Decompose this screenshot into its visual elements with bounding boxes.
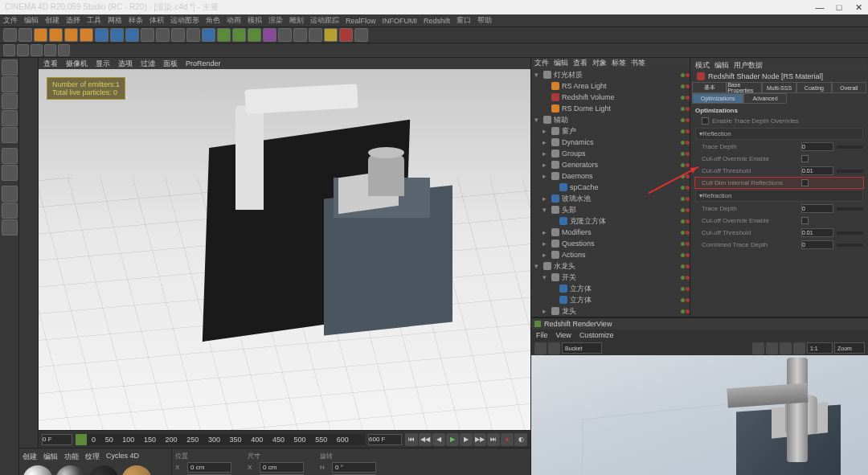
trace-depth-slider[interactable] xyxy=(837,145,863,149)
vptab-过滤[interactable]: 过滤 xyxy=(141,59,155,69)
render-icon[interactable] xyxy=(156,28,170,42)
tool-a-icon[interactable] xyxy=(3,44,15,56)
render-settings-icon[interactable] xyxy=(186,28,200,42)
menu-帮助[interactable]: 帮助 xyxy=(477,15,492,26)
light-icon[interactable] xyxy=(309,28,322,42)
undo-icon[interactable] xyxy=(3,28,17,42)
menu-样条[interactable]: 样条 xyxy=(129,15,143,26)
attrtab[interactable]: 模式 xyxy=(695,60,710,71)
menu-网格[interactable]: 网格 xyxy=(108,15,122,26)
mattab[interactable]: 编辑 xyxy=(43,452,58,463)
rv-enable-checkbox[interactable] xyxy=(534,321,541,327)
goto-end-icon[interactable]: ⏭ xyxy=(487,433,500,446)
vptab-摄像机[interactable]: 摄像机 xyxy=(66,59,88,69)
menu-雕刻[interactable]: 雕刻 xyxy=(289,15,304,26)
tree-row[interactable]: ▸Actions xyxy=(531,249,690,260)
vptab-查看[interactable]: 查看 xyxy=(43,59,58,69)
frame-start-input[interactable] xyxy=(42,434,72,445)
objtab[interactable]: 编辑 xyxy=(554,58,568,69)
psr-icon[interactable] xyxy=(324,28,338,42)
tree-row[interactable]: ▸Groups xyxy=(531,148,690,159)
viewport[interactable]: Number of emitters:1 Total live particle… xyxy=(39,69,530,430)
generator-icon[interactable] xyxy=(248,28,261,42)
material-preview-2[interactable] xyxy=(55,465,86,475)
menu-选择[interactable]: 选择 xyxy=(66,15,80,26)
tree-row[interactable]: ▾辅助 xyxy=(531,114,690,125)
rv-ipr-icon[interactable] xyxy=(780,342,792,354)
combined-depth-input[interactable] xyxy=(801,240,833,249)
menu-模拟[interactable]: 模拟 xyxy=(248,15,262,26)
prev-frame-icon[interactable]: ◀ xyxy=(432,433,445,446)
rv-ratio[interactable]: 1:1 xyxy=(807,342,833,354)
rv-stop-icon[interactable] xyxy=(548,342,560,354)
coord-sys-icon[interactable] xyxy=(141,28,154,42)
axis-z-icon[interactable] xyxy=(125,28,139,42)
cutoff-thresh-input[interactable] xyxy=(801,166,833,175)
prev-key-icon[interactable]: ◀◀ xyxy=(419,433,432,446)
scale-icon[interactable] xyxy=(64,28,78,42)
tool-b-icon[interactable] xyxy=(17,44,29,56)
window-max[interactable]: □ xyxy=(834,2,844,12)
play-icon[interactable]: ▶ xyxy=(446,433,459,446)
refr-cutoff-thresh-input[interactable] xyxy=(801,228,833,237)
menu-运动图形[interactable]: 运动图形 xyxy=(170,15,199,26)
objtab[interactable]: 书签 xyxy=(631,58,645,69)
tree-row[interactable]: 立方体 xyxy=(531,283,690,294)
tool-e-icon[interactable] xyxy=(58,44,70,56)
move-icon[interactable] xyxy=(49,28,63,42)
spline-icon[interactable] xyxy=(217,28,231,42)
rvtab[interactable]: File xyxy=(536,331,548,339)
attr-main-tab[interactable]: Overall xyxy=(832,82,866,93)
size-x-input[interactable] xyxy=(260,462,304,473)
viewport-solo-icon[interactable] xyxy=(2,165,18,181)
window-close[interactable]: ✕ xyxy=(854,2,863,12)
next-key-icon[interactable]: ▶▶ xyxy=(473,433,486,446)
menu-文件[interactable]: 文件 xyxy=(3,15,18,26)
snap-icon[interactable] xyxy=(2,186,18,202)
record-key-icon[interactable]: ● xyxy=(501,433,514,446)
refr-trace-depth-input[interactable] xyxy=(801,204,833,213)
vptab-面板[interactable]: 面板 xyxy=(163,59,178,69)
tool-d-icon[interactable] xyxy=(44,44,56,56)
trace-depth-input[interactable] xyxy=(801,142,833,151)
refr-cutoff-enable-checkbox[interactable] xyxy=(801,217,809,224)
mattab[interactable]: 创建 xyxy=(23,452,37,463)
tree-row[interactable]: ▸玻璃水池 xyxy=(531,193,690,204)
axis-y-icon[interactable] xyxy=(110,28,124,42)
menu-动画[interactable]: 动画 xyxy=(227,15,241,26)
attrtab[interactable]: 编辑 xyxy=(714,60,729,71)
menu-编辑[interactable]: 编辑 xyxy=(24,15,39,26)
tree-row[interactable]: ▸窗户 xyxy=(531,125,690,137)
environment-icon[interactable] xyxy=(278,28,292,42)
tree-row[interactable]: 克隆立方体 xyxy=(531,215,690,227)
attr-main-tab[interactable]: Multi-SSS xyxy=(762,82,796,93)
axis-x-icon[interactable] xyxy=(95,28,108,42)
refraction-section[interactable]: ▾Refraction xyxy=(695,190,863,202)
tree-row[interactable]: ▸Dynamics xyxy=(531,137,690,148)
tree-row[interactable]: ▸Generators xyxy=(531,159,690,170)
material-preview-3[interactable] xyxy=(88,465,119,475)
rotate-icon[interactable] xyxy=(80,28,93,42)
material-preview-4[interactable] xyxy=(121,465,152,475)
tree-row[interactable]: ▸Modifiers xyxy=(531,227,690,238)
menu-INFOFUMI[interactable]: INFOFUMI xyxy=(383,17,418,25)
rv-lock-icon[interactable] xyxy=(793,342,805,354)
attr-sub-tab[interactable]: Advanced xyxy=(743,93,786,104)
tree-row[interactable]: ▾头部 xyxy=(531,204,690,215)
material-preview-1[interactable] xyxy=(23,465,53,475)
attr-main-tab[interactable]: Coating xyxy=(796,82,831,93)
redo-icon[interactable] xyxy=(18,28,32,42)
cutoff-enable-checkbox[interactable] xyxy=(801,155,809,162)
menu-创建[interactable]: 创建 xyxy=(45,15,59,26)
tree-row[interactable]: ▾水龙头 xyxy=(531,260,690,272)
goto-start-icon[interactable]: ⏮ xyxy=(405,433,418,446)
tree-row[interactable]: ▸Daemons xyxy=(531,170,690,182)
tree-row[interactable]: 立方体 xyxy=(531,294,690,305)
autokey-icon[interactable]: ◐ xyxy=(514,433,527,446)
menu-渲染[interactable]: 渲染 xyxy=(268,15,283,26)
rv-snapshot-icon[interactable] xyxy=(752,342,764,354)
camera-icon[interactable] xyxy=(293,28,307,42)
menu-工具[interactable]: 工具 xyxy=(87,15,101,26)
mattab[interactable]: Cycles 4D xyxy=(106,452,139,463)
rvtab[interactable]: Customize xyxy=(579,331,614,339)
